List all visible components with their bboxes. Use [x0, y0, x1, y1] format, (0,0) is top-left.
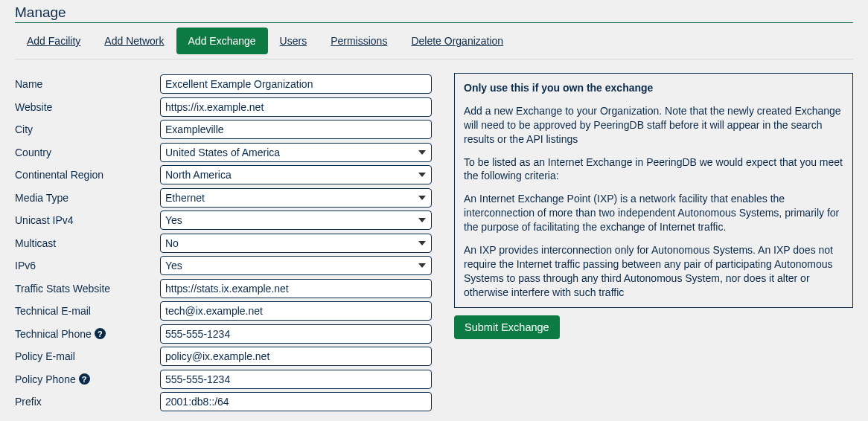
label-traffic-stats-website: Traffic Stats Website	[15, 277, 160, 301]
tab-delete-organization[interactable]: Delete Organization	[399, 28, 515, 54]
info-p2: To be listed as an Internet Exchange in …	[464, 155, 843, 184]
label-policy-phone: Policy Phone?	[15, 368, 160, 391]
label-text-media-type: Media Type	[15, 192, 68, 204]
form-labels-column: NameWebsiteCityCountryContinental Region…	[15, 73, 160, 414]
label-text-ipv6: IPv6	[15, 260, 36, 271]
input-policy-phone[interactable]	[160, 370, 432, 389]
label-multicast: Multicast	[15, 232, 160, 255]
label-text-policy-phone: Policy Phone	[15, 373, 76, 385]
tabs: Add FacilityAdd NetworkAdd ExchangeUsers…	[15, 23, 853, 60]
label-prefix: Prefix	[15, 391, 160, 414]
input-technical-phone[interactable]	[160, 324, 432, 344]
label-technical-phone: Technical Phone?	[15, 323, 160, 346]
info-p3: An Internet Exchange Point (IXP) is a ne…	[464, 192, 843, 234]
input-prefix[interactable]	[160, 392, 432, 411]
label-ipv6: IPv6	[15, 254, 160, 277]
page-title: Manage	[15, 4, 853, 23]
info-p4: An IXP provides interconnection only for…	[464, 243, 843, 300]
tab-add-facility[interactable]: Add Facility	[15, 28, 92, 54]
label-text-country: Country	[15, 147, 51, 158]
input-country[interactable]: United States of America	[160, 143, 432, 162]
label-text-city: City	[15, 123, 33, 135]
info-heading: Only use this if you own the exchange	[464, 81, 843, 95]
label-text-technical-phone: Technical Phone	[15, 328, 92, 340]
label-policy-email: Policy E-mail	[15, 345, 160, 368]
input-city[interactable]	[160, 120, 432, 139]
tab-users[interactable]: Users	[268, 28, 319, 54]
input-continental-region[interactable]: North America	[160, 165, 432, 184]
tab-add-network[interactable]: Add Network	[92, 28, 176, 54]
input-technical-email[interactable]	[160, 301, 432, 321]
input-media-type[interactable]: Ethernet	[160, 188, 432, 208]
label-text-technical-email: Technical E-mail	[15, 305, 91, 317]
label-text-prefix: Prefix	[15, 396, 42, 408]
input-traffic-stats-website[interactable]	[160, 279, 432, 298]
label-website: Website	[15, 96, 160, 119]
input-multicast[interactable]: No	[160, 234, 432, 253]
label-city: City	[15, 118, 160, 141]
input-ipv6[interactable]: Yes	[160, 256, 432, 275]
input-website[interactable]	[160, 97, 432, 117]
help-icon[interactable]: ?	[95, 328, 106, 339]
label-text-policy-email: Policy E-mail	[15, 350, 75, 362]
label-media-type: Media Type	[15, 187, 160, 210]
help-icon[interactable]: ?	[79, 373, 90, 385]
label-technical-email: Technical E-mail	[15, 300, 160, 323]
tab-add-exchange[interactable]: Add Exchange	[176, 28, 268, 54]
label-text-unicast-ipv4: Unicast IPv4	[15, 214, 74, 226]
label-country: Country	[15, 141, 160, 164]
label-text-continental-region: Continental Region	[15, 169, 103, 181]
label-text-website: Website	[15, 101, 52, 113]
label-continental-region: Continental Region	[15, 164, 160, 187]
input-policy-email[interactable]	[160, 347, 432, 366]
label-name: Name	[15, 73, 160, 96]
label-text-traffic-stats-website: Traffic Stats Website	[15, 283, 110, 295]
form-inputs-column: United States of AmericaNorth AmericaEth…	[160, 73, 432, 414]
info-p1: Add a new Exchange to your Organization.…	[464, 104, 843, 147]
label-unicast-ipv4: Unicast IPv4	[15, 209, 160, 232]
submit-exchange-button[interactable]: Submit Exchange	[454, 315, 560, 339]
input-name[interactable]	[160, 74, 432, 94]
label-text-name: Name	[15, 78, 42, 90]
info-box: Only use this if you own the exchange Ad…	[454, 73, 853, 308]
label-text-multicast: Multicast	[15, 237, 56, 249]
tab-permissions[interactable]: Permissions	[319, 28, 399, 54]
input-unicast-ipv4[interactable]: Yes	[160, 210, 432, 230]
